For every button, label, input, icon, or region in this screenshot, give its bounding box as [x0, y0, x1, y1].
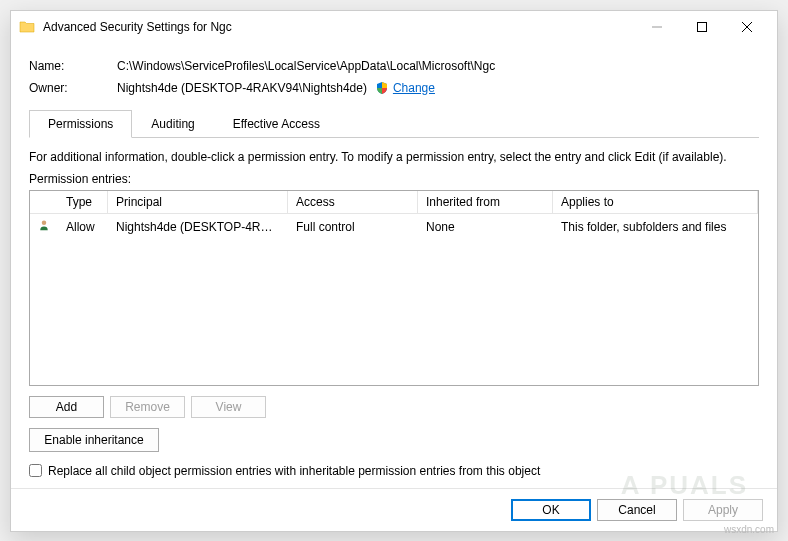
- tab-auditing[interactable]: Auditing: [132, 110, 213, 138]
- table-row[interactable]: Allow Nightsh4de (DESKTOP-4RAKV... Full …: [30, 214, 758, 240]
- view-button: View: [191, 396, 266, 418]
- row-access: Full control: [288, 218, 418, 236]
- folder-icon: [19, 19, 35, 35]
- inheritance-row: Enable inheritance: [29, 428, 759, 452]
- content-area: Name: C:\Windows\ServiceProfiles\LocalSe…: [11, 43, 777, 488]
- source-text: wsxdn.com: [724, 524, 774, 535]
- row-type: Allow: [58, 218, 108, 236]
- maximize-button[interactable]: [679, 12, 724, 42]
- name-value: C:\Windows\ServiceProfiles\LocalService\…: [117, 59, 495, 73]
- shield-icon: [375, 81, 389, 95]
- entry-buttons: Add Remove View: [29, 396, 759, 418]
- tab-effective-access[interactable]: Effective Access: [214, 110, 339, 138]
- owner-row: Owner: Nightsh4de (DESKTOP-4RAKV94\Night…: [29, 77, 759, 99]
- remove-button: Remove: [110, 396, 185, 418]
- svg-point-4: [42, 220, 47, 225]
- change-owner-link[interactable]: Change: [393, 81, 435, 95]
- add-button[interactable]: Add: [29, 396, 104, 418]
- col-applies[interactable]: Applies to: [553, 191, 758, 213]
- apply-button: Apply: [683, 499, 763, 521]
- titlebar: Advanced Security Settings for Ngc: [11, 11, 777, 43]
- ok-button[interactable]: OK: [511, 499, 591, 521]
- owner-label: Owner:: [29, 81, 117, 95]
- close-button[interactable]: [724, 12, 769, 42]
- col-type[interactable]: Type: [58, 191, 108, 213]
- enable-inheritance-button[interactable]: Enable inheritance: [29, 428, 159, 452]
- window-title: Advanced Security Settings for Ngc: [43, 20, 634, 34]
- col-principal[interactable]: Principal: [108, 191, 288, 213]
- cancel-button[interactable]: Cancel: [597, 499, 677, 521]
- row-applies: This folder, subfolders and files: [553, 218, 758, 236]
- col-icon[interactable]: [30, 191, 58, 213]
- entries-label: Permission entries:: [29, 172, 759, 186]
- window-controls: [634, 12, 769, 42]
- security-settings-window: Advanced Security Settings for Ngc Name:…: [10, 10, 778, 532]
- replace-checkbox-label[interactable]: Replace all child object permission entr…: [48, 464, 540, 478]
- dialog-footer: OK Cancel Apply: [11, 488, 777, 531]
- owner-value: Nightsh4de (DESKTOP-4RAKV94\Nightsh4de): [117, 81, 367, 95]
- replace-checkbox[interactable]: [29, 464, 42, 477]
- permission-entries-grid[interactable]: Type Principal Access Inherited from App…: [29, 190, 759, 386]
- minimize-button[interactable]: [634, 12, 679, 42]
- tab-strip: Permissions Auditing Effective Access: [29, 109, 759, 138]
- replace-checkbox-row: Replace all child object permission entr…: [29, 464, 759, 478]
- permissions-tab-content: For additional information, double-click…: [29, 138, 759, 478]
- row-icon: [30, 217, 58, 237]
- col-inherited[interactable]: Inherited from: [418, 191, 553, 213]
- user-icon: [38, 219, 50, 235]
- row-principal: Nightsh4de (DESKTOP-4RAKV...: [108, 218, 288, 236]
- col-access[interactable]: Access: [288, 191, 418, 213]
- name-row: Name: C:\Windows\ServiceProfiles\LocalSe…: [29, 55, 759, 77]
- grid-header: Type Principal Access Inherited from App…: [30, 191, 758, 214]
- tab-permissions[interactable]: Permissions: [29, 110, 132, 138]
- row-inherited: None: [418, 218, 553, 236]
- svg-rect-1: [697, 22, 706, 31]
- name-label: Name:: [29, 59, 117, 73]
- hint-text: For additional information, double-click…: [29, 150, 759, 164]
